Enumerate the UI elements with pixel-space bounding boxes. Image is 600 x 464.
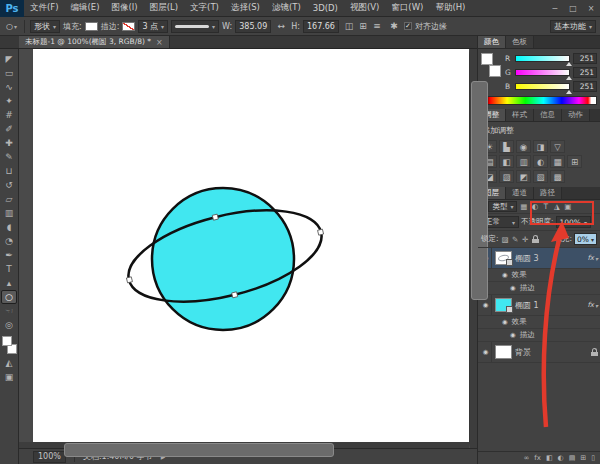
healing-brush-tool[interactable]: ✚ bbox=[1, 136, 17, 150]
tab-swatches[interactable]: 色板 bbox=[506, 36, 534, 48]
layer-name[interactable]: 背景 bbox=[515, 347, 531, 358]
color-balance-icon[interactable]: ◧ bbox=[499, 155, 514, 168]
ellipse-tool[interactable]: ○ bbox=[1, 290, 17, 304]
color-value-field[interactable]: 251 bbox=[573, 81, 597, 92]
menu-item[interactable]: 窗口(W) bbox=[385, 0, 429, 16]
gradient-map-icon[interactable]: ▧ bbox=[533, 170, 548, 183]
lock-move-icon[interactable]: ✛ bbox=[521, 235, 530, 244]
layer-name[interactable]: 椭圆 1 bbox=[515, 300, 539, 311]
align-edges-checkbox[interactable]: ✓ bbox=[404, 22, 412, 30]
lasso-tool[interactable]: ∿ bbox=[1, 80, 17, 94]
menu-item[interactable]: 图层(L) bbox=[144, 0, 184, 16]
lock-paint-icon[interactable]: ✎ bbox=[511, 235, 520, 244]
levels-icon[interactable]: ▙ bbox=[499, 140, 514, 153]
layer-style-icon[interactable]: fx bbox=[534, 454, 541, 462]
screen-mode-icon[interactable]: ▣ bbox=[1, 370, 17, 384]
effects-item[interactable]: ◉ 效果 bbox=[478, 316, 600, 329]
stroke-effect-item[interactable]: ◉ 描边 bbox=[478, 329, 600, 342]
layer-thumbnail[interactable] bbox=[495, 345, 512, 359]
layer-name[interactable]: 椭圆 3 bbox=[515, 253, 539, 264]
menu-item[interactable]: 文件(F) bbox=[24, 0, 65, 16]
stroke-width-select[interactable]: 3 点 ▾ bbox=[138, 20, 168, 33]
pen-tool[interactable]: ✒ bbox=[1, 248, 17, 262]
menu-item[interactable]: 文字(T) bbox=[184, 0, 225, 16]
color-lookup-icon[interactable]: ⊞ bbox=[567, 155, 582, 168]
crop-tool[interactable]: # bbox=[1, 108, 17, 122]
color-spectrum-ramp[interactable] bbox=[481, 96, 597, 105]
clone-stamp-tool[interactable]: ⊔ bbox=[1, 164, 17, 178]
exposure-icon[interactable]: ◨ bbox=[533, 140, 548, 153]
type-tool[interactable]: T bbox=[1, 262, 17, 276]
brush-tool[interactable]: ✎ bbox=[1, 150, 17, 164]
lock-all-icon[interactable] bbox=[532, 235, 539, 243]
background-color-swatch[interactable] bbox=[489, 65, 501, 77]
channel-mixer-icon[interactable]: ▦ bbox=[550, 155, 565, 168]
color-slider[interactable] bbox=[515, 55, 570, 62]
anchor-point[interactable] bbox=[126, 277, 132, 283]
visibility-toggle[interactable]: ◉ bbox=[480, 342, 492, 362]
tab-paths[interactable]: 路径 bbox=[534, 187, 562, 199]
slider-handle[interactable] bbox=[566, 76, 572, 80]
color-value-field[interactable]: 251 bbox=[573, 53, 597, 64]
layer-fx-indicator[interactable]: fx ▾ bbox=[587, 254, 598, 262]
lock-transparent-icon[interactable]: ▨ bbox=[501, 235, 510, 244]
anchor-point[interactable] bbox=[318, 229, 324, 235]
selective-color-icon[interactable]: ▩ bbox=[550, 170, 565, 183]
current-tool-button[interactable]: ○ ▾ bbox=[4, 22, 19, 31]
eye-icon[interactable]: ◉ bbox=[502, 271, 508, 279]
slider-handle[interactable] bbox=[566, 62, 572, 66]
quick-mask-icon[interactable]: ◭ bbox=[1, 356, 17, 370]
menu-item[interactable]: 滤镜(T) bbox=[266, 0, 307, 16]
layer-row-ellipse-3[interactable]: ◉ 椭圆 3 fx ▾ bbox=[478, 248, 600, 269]
posterize-icon[interactable]: ▨ bbox=[499, 170, 514, 183]
eye-icon[interactable]: ◉ bbox=[502, 318, 508, 326]
menu-item[interactable]: 编辑(E) bbox=[65, 0, 106, 16]
move-tool[interactable]: ◤ bbox=[1, 52, 17, 66]
eraser-tool[interactable]: ▱ bbox=[1, 192, 17, 206]
filter-pixel-icon[interactable]: ▦ bbox=[519, 202, 528, 211]
color-slider[interactable] bbox=[515, 83, 570, 90]
close-icon[interactable]: × bbox=[156, 38, 163, 47]
history-brush-tool[interactable]: ↺ bbox=[1, 178, 17, 192]
quick-selection-tool[interactable]: ✦ bbox=[1, 94, 17, 108]
link-layers-icon[interactable]: ∞ bbox=[523, 454, 529, 462]
path-operations-icon[interactable]: ◫ bbox=[342, 20, 356, 33]
tool-mode-select[interactable]: 形状 ▾ bbox=[30, 20, 60, 33]
layer-row-background[interactable]: ◉ 背景 bbox=[478, 342, 600, 363]
tab-channels[interactable]: 通道 bbox=[506, 187, 534, 199]
stroke-effect-item[interactable]: ◉ 描边 bbox=[478, 282, 600, 295]
menu-item[interactable]: 3D(D) bbox=[307, 0, 344, 16]
effects-item[interactable]: ◉ 效果 bbox=[478, 269, 600, 282]
tab-actions[interactable]: 动作 bbox=[562, 109, 590, 121]
document-canvas[interactable] bbox=[33, 49, 469, 443]
layer-mask-icon[interactable]: ◧ bbox=[546, 454, 553, 462]
tab-color[interactable]: 颜色 bbox=[478, 36, 506, 48]
zoom-tool[interactable]: ◎ bbox=[1, 318, 17, 332]
menu-item[interactable]: 视图(V) bbox=[344, 0, 385, 16]
menu-item[interactable]: 帮助(H) bbox=[429, 0, 471, 16]
panel-color-swatches[interactable] bbox=[481, 53, 501, 77]
stroke-swatch[interactable] bbox=[122, 22, 135, 31]
hand-tool[interactable]: ☜ bbox=[1, 304, 17, 318]
gradient-tool[interactable]: ▥ bbox=[1, 206, 17, 220]
color-slider[interactable] bbox=[515, 69, 570, 76]
foreground-color-swatch[interactable] bbox=[481, 53, 493, 65]
marquee-tool[interactable]: ▭ bbox=[1, 66, 17, 80]
dodge-tool[interactable]: ◔ bbox=[1, 234, 17, 248]
anchor-point[interactable] bbox=[212, 214, 218, 220]
layer-thumbnail[interactable] bbox=[495, 251, 512, 265]
close-button[interactable]: × bbox=[582, 1, 600, 16]
layer-row-ellipse-1[interactable]: ◉ 椭圆 1 fx ▾ bbox=[478, 295, 600, 316]
layer-filter-select[interactable]: 类型 ▾ bbox=[488, 201, 517, 212]
minimize-button[interactable]: ─ bbox=[546, 1, 564, 16]
eyedropper-tool[interactable]: ✐ bbox=[1, 122, 17, 136]
color-value-field[interactable]: 251 bbox=[573, 67, 597, 78]
fill-swatch[interactable] bbox=[85, 22, 98, 31]
fill-opacity-field[interactable]: 0% ▾ bbox=[574, 233, 597, 245]
horizontal-scrollbar[interactable] bbox=[19, 442, 469, 448]
menu-item[interactable]: 图像(I) bbox=[106, 0, 144, 16]
stroke-style-select[interactable]: ▾ bbox=[171, 20, 219, 33]
curves-icon[interactable]: ◉ bbox=[516, 140, 531, 153]
document-tab[interactable]: 未标题-1 @ 100%(椭圆 3, RGB/8) * × bbox=[19, 36, 170, 48]
maximize-button[interactable]: □ bbox=[564, 1, 582, 16]
